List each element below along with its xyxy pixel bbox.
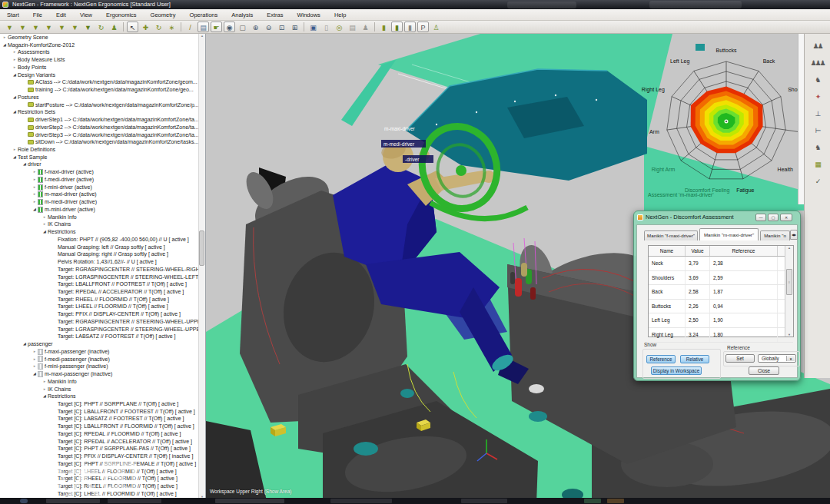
visibility-icon[interactable]: ◎ — [334, 22, 345, 32]
zoom-in-icon[interactable]: ⊕ — [250, 22, 261, 32]
eye-view-icon[interactable]: ◉ — [224, 22, 235, 32]
taskbar-window[interactable] — [46, 499, 100, 503]
tree-item[interactable]: Target [C]: PHPT // SGRPLINE-FEMALE // T… — [0, 460, 205, 468]
zoom-window-icon[interactable]: ⊡ — [276, 22, 287, 32]
menu-edit[interactable]: Edit — [49, 9, 73, 21]
view-back-icon[interactable]: ▼ — [30, 22, 42, 32]
posture-note-icon[interactable]: ▤ — [198, 22, 209, 32]
table-scrollbar[interactable]: ▲ ▼ ≡ — [785, 246, 793, 337]
posture-target-icon[interactable]: ⊥ — [808, 106, 827, 121]
tree-item[interactable]: ▸f-mini-driver (active) — [0, 184, 205, 191]
tab-manikin-1[interactable]: Manikin "m-maxi-driver" — [699, 228, 759, 240]
refresh-view-icon[interactable]: ↻ — [95, 22, 107, 32]
menu-analysis[interactable]: Analysis — [224, 9, 260, 21]
taskbar-window[interactable] — [461, 499, 507, 503]
expanded-arrow-icon[interactable]: ◢ — [22, 161, 28, 168]
db-flag-icon[interactable]: P — [417, 22, 429, 32]
expanded-arrow-icon[interactable]: ◢ — [32, 370, 38, 378]
taskbar-window[interactable] — [215, 499, 284, 503]
grasp-hand-icon[interactable]: ☛ — [211, 22, 222, 32]
tree-item[interactable]: ◢Restriction Sets — [0, 108, 205, 116]
rotate-orbit-icon[interactable]: ↻ — [153, 22, 164, 32]
tree-item[interactable]: ▸f-mini-passenger (inactive) — [0, 363, 205, 370]
collapsed-arrow-icon[interactable]: ▸ — [32, 198, 38, 206]
collapsed-arrow-icon[interactable]: ▸ — [32, 191, 38, 198]
tree-item[interactable]: ▸m-medi-driver (active) — [0, 198, 205, 206]
view-front-icon[interactable]: ▼ — [17, 22, 28, 32]
windows-taskbar[interactable] — [0, 498, 830, 504]
display-in-workspace-button[interactable]: Display in Workspace — [651, 366, 702, 375]
menu-file[interactable]: File — [26, 9, 49, 21]
taskbar-window[interactable] — [584, 499, 601, 503]
tree-item[interactable]: Target: RGRASPINGCENTER // STEERING-WHEE… — [0, 318, 205, 326]
close-button[interactable]: Close — [749, 366, 779, 375]
tree-item[interactable]: Target [C]: PHPT // SGRPPLANE-PAS // T(O… — [0, 445, 205, 453]
tree-item[interactable]: Target [C]: LBALLFRONT // FLOORMID // T(… — [0, 423, 205, 430]
tree-item[interactable]: ▸Manikin Info — [0, 214, 205, 221]
tree-item[interactable]: Target: RHEEL // FLOORMID // T(Off) [ ac… — [0, 296, 205, 303]
table-row[interactable]: Left Leg2,501,90 — [649, 313, 793, 328]
tree-item[interactable]: AClass --> C:/data/work/nextgen/data/mag… — [0, 78, 205, 86]
tree-item[interactable]: Manual Grasping: left // Grasp softly [ … — [0, 244, 205, 251]
collapsed-arrow-icon[interactable]: ▸ — [32, 356, 38, 363]
new-page-icon[interactable]: ▯ — [320, 22, 332, 32]
collapsed-arrow-icon[interactable]: ▸ — [32, 184, 38, 191]
menu-windows[interactable]: Windows — [290, 9, 327, 21]
table-row[interactable]: Back2,581,87 — [649, 285, 793, 300]
tree-item[interactable]: ▸Body Points — [0, 64, 205, 71]
seated-reach-icon[interactable]: ♞ — [808, 140, 827, 155]
tree-item[interactable]: driverStep3 --> C:/data/work/nextgen/dat… — [0, 131, 205, 139]
collapsed-arrow-icon[interactable]: ▸ — [32, 348, 38, 356]
manikin-walk-icon[interactable]: ♙ — [430, 22, 442, 32]
tree-item[interactable]: ▸IK Chains — [0, 386, 205, 393]
tree-item[interactable]: driverStep2 --> C:/data/work/nextgen/dat… — [0, 124, 205, 131]
manikin-pose-icon[interactable]: ♟ — [108, 22, 120, 32]
column-header-value[interactable]: Value — [686, 246, 710, 256]
tree-item[interactable]: driverStep1 --> C:/data/work/nextgen/dat… — [0, 116, 205, 124]
db-active-icon[interactable]: ▮ — [391, 22, 403, 32]
manikin-group-icon[interactable]: ♟♟♟ — [808, 55, 827, 71]
discomfort-assessment-dialog[interactable]: NextGen - Discomfort Assessment — ▢ ✕ Ma… — [633, 211, 801, 381]
confirm-icon[interactable]: ✓ — [808, 174, 827, 189]
taskbar-window[interactable] — [108, 499, 161, 503]
assessment-table-icon[interactable]: ▦ — [808, 157, 827, 172]
tree-item[interactable]: Target [C]: RPEDAL // ACCELERATOR // T(O… — [0, 438, 205, 446]
reference-button[interactable]: Reference — [646, 355, 676, 363]
tree-item[interactable]: Target [C]: RHEEL // FLOORMID // T(Off) … — [0, 475, 205, 482]
table-scrollbar-thumb[interactable]: ≡ — [786, 269, 792, 295]
tree-item[interactable]: ◢Postures — [0, 94, 205, 101]
taskbar-window[interactable] — [330, 499, 392, 503]
start-orb[interactable] — [20, 499, 28, 503]
collapsed-arrow-icon[interactable]: ▸ — [42, 214, 48, 221]
tree-item[interactable]: Target [C]: LHEEL // FLOORMID // T(Off) … — [0, 490, 205, 498]
grab-scene-icon[interactable]: ∗ — [166, 22, 178, 32]
collapsed-arrow-icon[interactable]: ▸ — [12, 56, 18, 64]
expanded-arrow-icon[interactable]: ◢ — [32, 206, 38, 214]
expanded-arrow-icon[interactable]: ◢ — [22, 340, 28, 348]
tree-item[interactable]: ◢driver — [0, 161, 205, 168]
collapsed-arrow-icon[interactable]: ▸ — [32, 176, 38, 184]
tree-item[interactable]: Target: LGRASPINGCENTER // STEERING-WHEE… — [0, 274, 205, 281]
collapsed-arrow-icon[interactable]: ▸ — [42, 378, 48, 386]
collapsed-arrow-icon[interactable]: ▸ — [12, 48, 18, 56]
collapsed-arrow-icon[interactable]: ▸ — [32, 168, 38, 176]
reference-scope-dropdown[interactable]: Globally ▾ — [758, 354, 796, 363]
table-row[interactable]: Right Leg3,241,80 — [649, 328, 793, 343]
zoom-fit-icon[interactable]: ⊞ — [289, 22, 300, 32]
table-row[interactable]: Shoulders3,692,59 — [649, 271, 793, 286]
menu-operations[interactable]: Operations — [183, 9, 225, 21]
menu-help[interactable]: Help — [327, 9, 353, 21]
tree-item[interactable]: ◢Restrictions — [0, 228, 205, 236]
tree-item[interactable]: sitDown --> C:/data/work/nextgen/data/ma… — [0, 138, 205, 146]
tree-item[interactable]: Target [C]: LABSATZ // FOOTREST // T(Off… — [0, 415, 205, 423]
tree-item[interactable]: ◢passenger — [0, 340, 205, 348]
tree-item[interactable]: Pelvis Rotation: 1,43//1,62//- // U [ ac… — [0, 258, 205, 266]
tree-item[interactable]: ▸Geometry Scene — [0, 34, 205, 41]
set-button[interactable]: Set — [725, 354, 755, 363]
tab-scroll-button[interactable]: ◀▶ — [790, 230, 798, 240]
posture-seat-icon[interactable]: ⊢ — [808, 123, 827, 138]
tree-item[interactable]: ◢Magazin-KomfortZone-2012 — [0, 41, 205, 49]
population-icon[interactable]: ✦ — [808, 89, 827, 104]
close-icon[interactable]: ✕ — [780, 214, 792, 221]
expanded-arrow-icon[interactable]: ◢ — [42, 228, 48, 236]
